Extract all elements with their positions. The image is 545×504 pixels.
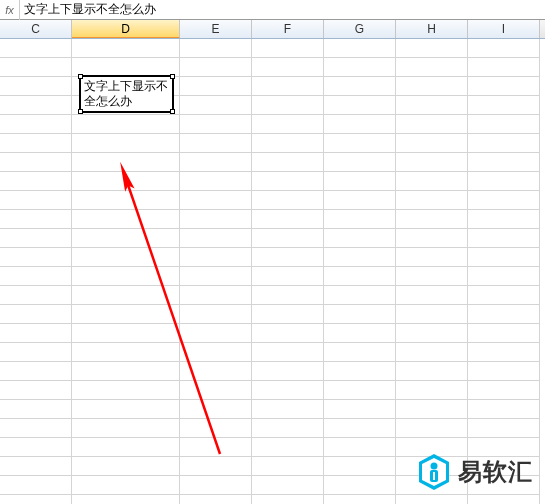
cell[interactable] [396,419,468,438]
cell[interactable] [72,172,180,191]
cell[interactable] [0,400,72,419]
cell[interactable] [72,134,180,153]
cell[interactable] [324,381,396,400]
cell[interactable] [468,286,540,305]
cell[interactable] [180,267,252,286]
cell[interactable] [324,77,396,96]
cell[interactable] [180,438,252,457]
cell[interactable] [396,153,468,172]
cell[interactable] [252,476,324,495]
cell[interactable] [468,191,540,210]
cell[interactable] [252,210,324,229]
cell[interactable] [324,362,396,381]
cell[interactable] [252,457,324,476]
cell[interactable] [180,362,252,381]
cell[interactable] [0,305,72,324]
cell[interactable] [252,400,324,419]
cell[interactable] [0,267,72,286]
cell[interactable] [180,153,252,172]
cell[interactable] [180,495,252,504]
cell[interactable] [72,305,180,324]
cell[interactable] [252,229,324,248]
resize-handle[interactable] [78,74,83,79]
cell[interactable] [324,191,396,210]
cell[interactable] [72,286,180,305]
cell[interactable] [180,191,252,210]
cell[interactable] [252,343,324,362]
cell[interactable] [396,305,468,324]
cell[interactable] [396,115,468,134]
cell[interactable] [180,58,252,77]
cell[interactable] [72,457,180,476]
formula-input[interactable] [20,0,545,19]
cell[interactable] [252,58,324,77]
cell[interactable] [0,58,72,77]
cell[interactable] [0,457,72,476]
cell[interactable] [324,400,396,419]
cell[interactable] [468,77,540,96]
cell[interactable] [72,267,180,286]
editing-cell-textbox[interactable]: 文字上下显示不全怎么办 [79,75,174,113]
cell[interactable] [72,400,180,419]
cell[interactable] [396,96,468,115]
cell[interactable] [180,96,252,115]
cell[interactable] [396,191,468,210]
cell[interactable] [180,172,252,191]
cell[interactable] [468,248,540,267]
cell[interactable] [468,419,540,438]
cell[interactable] [396,134,468,153]
cell[interactable] [396,286,468,305]
cell[interactable] [0,210,72,229]
cell[interactable] [252,286,324,305]
resize-handle[interactable] [78,109,83,114]
cell[interactable] [0,343,72,362]
column-header-F[interactable]: F [252,20,324,38]
cell[interactable] [252,115,324,134]
cell[interactable] [252,153,324,172]
cell[interactable] [72,362,180,381]
cell[interactable] [180,210,252,229]
cell[interactable] [0,153,72,172]
cell[interactable] [468,324,540,343]
cell[interactable] [324,39,396,58]
cell[interactable] [252,362,324,381]
cell[interactable] [252,172,324,191]
cell[interactable] [0,96,72,115]
cell[interactable] [324,476,396,495]
cell[interactable] [396,267,468,286]
cell[interactable] [468,495,540,504]
cell[interactable] [324,115,396,134]
cell[interactable] [252,248,324,267]
column-header-H[interactable]: H [396,20,468,38]
cell[interactable] [468,153,540,172]
cell[interactable] [324,324,396,343]
cell[interactable] [468,267,540,286]
cell[interactable] [0,115,72,134]
cell[interactable] [396,324,468,343]
cell[interactable] [324,248,396,267]
cell[interactable] [72,248,180,267]
cell[interactable] [0,324,72,343]
cell[interactable] [180,77,252,96]
cell[interactable] [0,476,72,495]
cell[interactable] [252,96,324,115]
cell[interactable] [72,115,180,134]
cell[interactable] [180,39,252,58]
cell[interactable] [252,305,324,324]
cell[interactable] [324,134,396,153]
cell[interactable] [468,343,540,362]
cell[interactable] [0,229,72,248]
cell[interactable] [72,229,180,248]
cell[interactable] [324,172,396,191]
cell[interactable] [252,495,324,504]
fx-icon[interactable]: fx [0,0,20,20]
cell[interactable] [72,153,180,172]
cell[interactable] [252,381,324,400]
cell[interactable] [180,115,252,134]
cell[interactable] [0,438,72,457]
cell[interactable] [324,210,396,229]
grid[interactable]: 文字上下显示不全怎么办 [0,39,545,504]
cell[interactable] [72,438,180,457]
cell[interactable] [324,58,396,77]
cell[interactable] [72,343,180,362]
